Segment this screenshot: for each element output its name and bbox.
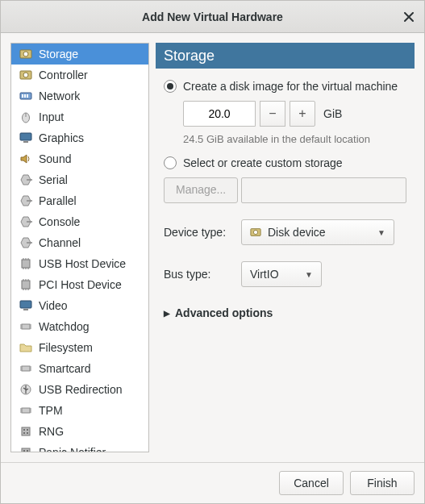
svg-point-1 — [23, 52, 28, 56]
disk-icon — [250, 227, 261, 238]
sidebar-item-label: Channel — [39, 236, 81, 249]
sidebar-item-label: PCI Host Device — [39, 278, 122, 291]
sidebar-item-label: Parallel — [39, 194, 77, 207]
svg-rect-39 — [22, 366, 30, 371]
device-type-combo[interactable]: Disk device ▼ — [241, 219, 394, 245]
monitor-icon — [19, 299, 32, 312]
sidebar-item-input[interactable]: Input — [11, 106, 148, 127]
bus-type-label: Bus type: — [164, 268, 233, 281]
sidebar-item-watchdog[interactable]: Watchdog — [11, 316, 148, 337]
size-input[interactable] — [183, 101, 256, 127]
manage-button[interactable]: Manage... — [164, 177, 238, 203]
sidebar-item-graphics[interactable]: Graphics — [11, 127, 148, 148]
size-decrement-button[interactable]: − — [260, 101, 285, 127]
sidebar-item-storage[interactable]: Storage — [11, 44, 148, 65]
cancel-button[interactable]: Cancel — [279, 471, 344, 495]
svg-rect-23 — [22, 281, 30, 289]
sidebar-item-label: USB Redirection — [39, 383, 123, 396]
svg-rect-5 — [22, 94, 23, 98]
sidebar-item-label: Controller — [39, 69, 88, 81]
sidebar-item-pci-host-device[interactable]: PCI Host Device — [11, 274, 148, 295]
chip-icon — [19, 320, 32, 333]
port-icon — [19, 236, 32, 249]
svg-point-62 — [27, 450, 28, 452]
sidebar-item-tpm[interactable]: TPM — [11, 400, 148, 421]
available-hint: 24.5 GiB available in the default locati… — [183, 133, 406, 145]
sidebar-item-label: TPM — [39, 404, 63, 417]
size-unit: GiB — [323, 107, 342, 120]
sidebar-item-rng[interactable]: RNG — [11, 421, 148, 442]
port-icon — [19, 215, 32, 228]
dialog-footer: Cancel Finish — [1, 462, 424, 503]
radio-icon — [164, 156, 177, 169]
svg-point-60 — [23, 450, 25, 452]
sidebar-item-label: Smartcard — [39, 362, 91, 375]
sidebar-item-serial[interactable]: Serial — [11, 169, 148, 190]
radio-create-disk[interactable]: Create a disk image for the virtual mach… — [164, 80, 406, 93]
svg-rect-16 — [22, 260, 30, 268]
hardware-sidebar: StorageControllerNetworkInputGraphicsSou… — [10, 43, 149, 452]
sidebar-item-label: Console — [39, 215, 80, 228]
size-increment-button[interactable]: + — [290, 101, 315, 127]
svg-rect-32 — [22, 324, 30, 329]
monitor-icon — [19, 131, 32, 144]
mouse-icon — [19, 110, 32, 123]
device-type-row: Device type: Disk device ▼ — [164, 219, 406, 245]
panel-title: Storage — [164, 48, 215, 65]
expander-triangle-icon: ▶ — [164, 309, 170, 318]
radio-custom-storage[interactable]: Select or create custom storage — [164, 156, 406, 169]
port-icon — [19, 173, 32, 186]
sidebar-item-label: Panic Notifier — [39, 446, 106, 452]
panel-header: Storage — [156, 43, 415, 69]
svg-rect-6 — [24, 94, 26, 98]
sidebar-item-filesystem[interactable]: Filesystem — [11, 337, 148, 358]
sidebar-item-console[interactable]: Console — [11, 211, 148, 232]
sidebar-item-label: Graphics — [39, 131, 84, 144]
svg-point-55 — [23, 429, 25, 431]
advanced-options-expander[interactable]: ▶ Advanced options — [164, 306, 406, 319]
sidebar-item-label: Serial — [39, 173, 68, 186]
svg-rect-59 — [22, 448, 30, 452]
sidebar-item-controller[interactable]: Controller — [11, 65, 148, 85]
hostdev-icon — [19, 257, 32, 270]
size-spinner: − + GiB — [183, 101, 406, 127]
sidebar-item-label: Storage — [39, 48, 78, 60]
svg-rect-31 — [23, 309, 28, 310]
sidebar-item-usb-redirection[interactable]: USB Redirection — [11, 379, 148, 400]
sound-icon — [19, 152, 32, 165]
sidebar-item-usb-host-device[interactable]: USB Host Device — [11, 253, 148, 274]
bus-type-value: VirtIO — [250, 268, 279, 281]
sidebar-item-label: RNG — [39, 425, 64, 438]
rng-icon — [19, 425, 32, 438]
radio-create-label: Create a disk image for the virtual mach… — [183, 80, 398, 93]
sidebar-item-video[interactable]: Video — [11, 295, 148, 316]
hostdev-icon — [19, 278, 32, 291]
bus-type-combo[interactable]: VirtIO ▼ — [241, 261, 322, 287]
sidebar-item-sound[interactable]: Sound — [11, 148, 148, 169]
device-type-value: Disk device — [268, 226, 326, 239]
sidebar-item-parallel[interactable]: Parallel — [11, 190, 148, 211]
sidebar-item-label: Filesystem — [39, 341, 93, 354]
sidebar-item-channel[interactable]: Channel — [11, 232, 148, 253]
sidebar-item-label: Sound — [39, 152, 71, 165]
finish-button[interactable]: Finish — [350, 471, 415, 495]
main-panel: Storage Create a disk image for the virt… — [156, 43, 415, 452]
storage-path-input[interactable] — [241, 177, 406, 203]
svg-rect-47 — [22, 408, 30, 413]
svg-point-57 — [27, 429, 28, 431]
svg-point-3 — [23, 73, 28, 77]
sidebar-item-panic-notifier[interactable]: Panic Notifier — [11, 442, 148, 452]
port-icon — [19, 194, 32, 207]
advanced-options-label: Advanced options — [175, 306, 273, 319]
sidebar-item-smartcard[interactable]: Smartcard — [11, 358, 148, 379]
close-button[interactable] — [400, 8, 418, 26]
svg-rect-54 — [22, 427, 30, 435]
dialog-body: StorageControllerNetworkInputGraphicsSou… — [1, 33, 424, 462]
sidebar-item-network[interactable]: Network — [11, 85, 148, 106]
panel-body: Create a disk image for the virtual mach… — [156, 69, 415, 327]
svg-point-65 — [253, 230, 257, 234]
disk-icon — [19, 48, 32, 60]
device-type-label: Device type: — [164, 226, 233, 239]
sidebar-item-label: Video — [39, 299, 68, 312]
radio-custom-label: Select or create custom storage — [183, 156, 343, 169]
